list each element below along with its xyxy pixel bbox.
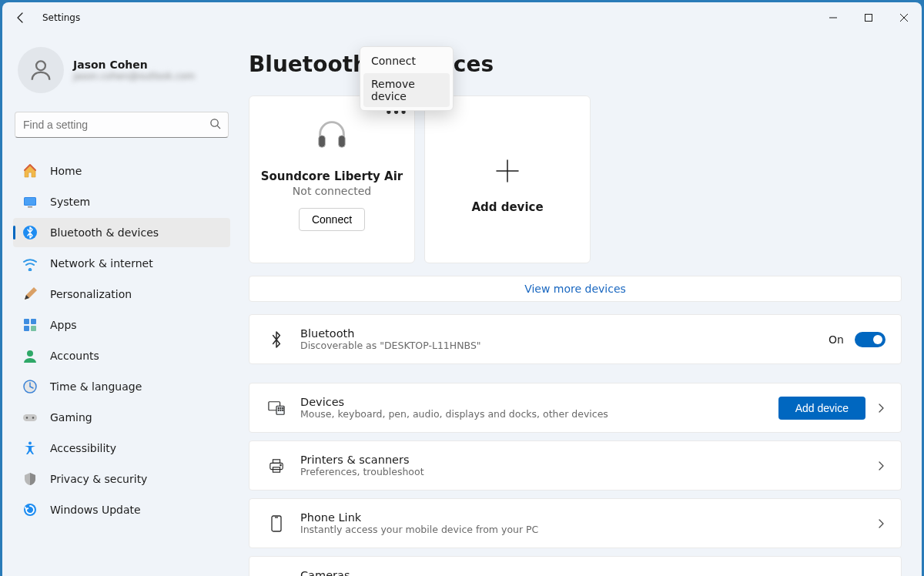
- accounts-icon: [22, 348, 38, 363]
- sidebar-item-apps[interactable]: Apps: [13, 310, 230, 340]
- view-more-devices-text: View more devices: [524, 283, 626, 295]
- sidebar-item-bluetooth[interactable]: Bluetooth & devices: [13, 218, 230, 247]
- minimize-button[interactable]: [815, 2, 851, 33]
- sidebar-item-privacy[interactable]: Privacy & security: [13, 464, 230, 494]
- phone-link-title: Phone Link: [300, 511, 876, 524]
- search-input[interactable]: [15, 112, 229, 138]
- printers-row[interactable]: Printers & scanners Preferences, trouble…: [249, 440, 902, 491]
- svg-point-28: [280, 410, 281, 410]
- add-device-label: Add device: [471, 200, 543, 214]
- sidebar-item-personalization[interactable]: Personalization: [13, 280, 230, 309]
- svg-point-15: [32, 417, 34, 418]
- printer-icon: [265, 458, 288, 474]
- chevron-right-icon: [876, 461, 886, 471]
- context-remove-device[interactable]: Remove device: [363, 73, 450, 107]
- devices-subtitle: Mouse, keyboard, pen, audio, displays an…: [300, 408, 778, 420]
- svg-point-14: [26, 417, 28, 418]
- svg-rect-10: [31, 326, 36, 331]
- add-device-button[interactable]: Add device: [778, 397, 865, 420]
- sidebar-item-system[interactable]: System: [13, 187, 230, 216]
- chevron-right-icon: [876, 404, 886, 413]
- sidebar-item-home[interactable]: Home: [13, 156, 230, 186]
- svg-point-27: [278, 410, 279, 410]
- sidebar-item-label: Home: [50, 165, 82, 177]
- phone-link-row[interactable]: Phone Link Instantly access your mobile …: [249, 498, 902, 548]
- sidebar-item-update[interactable]: Windows Update: [13, 495, 230, 524]
- bluetooth-title: Bluetooth: [300, 327, 829, 340]
- svg-rect-19: [339, 136, 346, 147]
- sidebar-item-label: Accessibility: [50, 442, 116, 454]
- gaming-icon: [22, 410, 38, 425]
- page-title: Bluetooth & devices: [249, 52, 902, 77]
- sidebar-item-label: Personalization: [50, 288, 132, 300]
- devices-icon: [265, 400, 288, 416]
- window-title: Settings: [42, 12, 80, 23]
- bluetooth-toggle-label: On: [829, 333, 844, 346]
- sidebar-item-label: System: [50, 196, 90, 208]
- device-context-menu: Connect Remove device: [360, 46, 454, 111]
- chevron-right-icon: [876, 519, 886, 528]
- svg-rect-8: [31, 319, 36, 324]
- add-device-card[interactable]: Add device: [424, 95, 591, 263]
- svg-rect-4: [25, 198, 35, 205]
- network-icon: [22, 256, 38, 271]
- user-email: jason.cohen@outlook.com: [73, 71, 195, 82]
- sidebar-item-gaming[interactable]: Gaming: [13, 403, 230, 432]
- svg-rect-34: [272, 516, 281, 531]
- devices-row[interactable]: Devices Mouse, keyboard, pen, audio, dis…: [249, 383, 902, 433]
- bluetooth-toggle[interactable]: [855, 332, 886, 347]
- svg-rect-0: [865, 15, 872, 22]
- device-status: Not connected: [293, 185, 371, 197]
- svg-point-29: [283, 410, 283, 410]
- svg-point-25: [280, 407, 281, 408]
- connect-button[interactable]: Connect: [299, 208, 365, 231]
- headphones-icon: [314, 116, 350, 154]
- sidebar-item-network[interactable]: Network & internet: [13, 249, 230, 278]
- bluetooth-icon: [22, 225, 38, 240]
- cameras-title: Cameras: [300, 569, 876, 576]
- apps-icon: [22, 317, 38, 333]
- svg-point-24: [278, 407, 279, 408]
- back-button[interactable]: [15, 12, 27, 24]
- svg-rect-7: [24, 319, 29, 324]
- svg-rect-5: [28, 206, 32, 208]
- context-connect[interactable]: Connect: [363, 50, 450, 72]
- devices-title: Devices: [300, 396, 778, 408]
- view-more-devices-link[interactable]: View more devices: [249, 276, 902, 302]
- sidebar-item-label: Bluetooth & devices: [50, 226, 159, 239]
- sidebar-item-accessibility[interactable]: Accessibility: [13, 434, 230, 463]
- device-card-soundcore: ••• Soundcore Liberty Air Not connected …: [249, 95, 415, 263]
- sidebar-item-label: Time & language: [50, 380, 142, 393]
- time-icon: [22, 379, 38, 394]
- privacy-icon: [22, 471, 38, 487]
- svg-point-11: [27, 350, 33, 357]
- cameras-row[interactable]: Cameras Connected cameras, default image…: [249, 556, 902, 576]
- personalization-icon: [22, 286, 38, 302]
- sidebar-item-label: Privacy & security: [50, 473, 147, 485]
- accessibility-icon: [22, 440, 38, 456]
- svg-rect-18: [319, 136, 326, 147]
- svg-rect-30: [270, 463, 283, 469]
- home-icon: [22, 163, 38, 179]
- bluetooth-icon: [265, 331, 288, 348]
- svg-rect-31: [273, 459, 280, 463]
- svg-point-1: [36, 61, 45, 70]
- svg-point-26: [283, 407, 283, 408]
- user-avatar[interactable]: [18, 47, 64, 93]
- close-button[interactable]: [886, 2, 922, 33]
- sidebar-item-accounts[interactable]: Accounts: [13, 341, 230, 370]
- svg-rect-13: [23, 414, 37, 421]
- sidebar-item-label: Windows Update: [50, 504, 141, 516]
- plus-icon: [494, 157, 521, 189]
- bluetooth-subtitle: Discoverable as "DESKTOP-L11HNBS": [300, 340, 829, 351]
- bluetooth-toggle-row: Bluetooth Discoverable as "DESKTOP-L11HN…: [249, 314, 902, 364]
- sidebar-item-time[interactable]: Time & language: [13, 372, 230, 401]
- sidebar-item-label: Apps: [50, 319, 77, 331]
- sidebar-item-label: Network & internet: [50, 257, 153, 270]
- device-name: Soundcore Liberty Air: [261, 169, 403, 183]
- update-icon: [22, 502, 38, 517]
- system-icon: [22, 194, 38, 209]
- svg-point-33: [280, 464, 281, 465]
- search-icon: [209, 118, 221, 132]
- maximize-button[interactable]: [851, 2, 886, 33]
